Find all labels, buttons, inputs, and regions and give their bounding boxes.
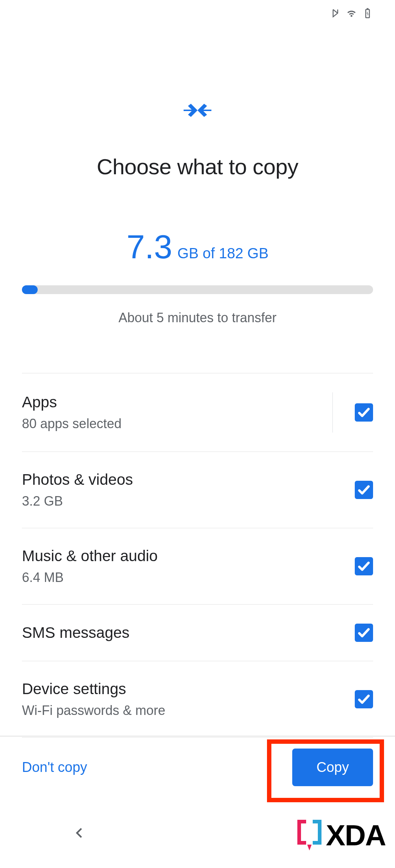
main-content: Choose what to copy 7.3 GB of 182 GB Abo… <box>0 99 395 738</box>
list-item-title: Photos & videos <box>22 471 355 488</box>
xda-watermark: XDA <box>295 818 385 853</box>
list-item-texts: Device settingsWi-Fi passwords & more <box>22 680 355 718</box>
list-item-subtitle: 3.2 GB <box>22 494 355 509</box>
list-item-title: Apps <box>22 393 332 411</box>
checkbox[interactable] <box>355 690 373 708</box>
list-item-texts: Apps80 apps selected <box>22 393 332 431</box>
transfer-estimate: About 5 minutes to transfer <box>22 310 373 326</box>
back-icon[interactable] <box>73 826 86 840</box>
list-item-subtitle: 80 apps selected <box>22 416 332 431</box>
list-item-texts: Music & other audio6.4 MB <box>22 547 355 585</box>
battery-charging-icon <box>362 8 373 19</box>
checkbox[interactable] <box>355 624 373 642</box>
items-list: Apps80 apps selectedPhotos & videos3.2 G… <box>22 373 373 738</box>
xda-logo-icon <box>295 818 324 853</box>
vertical-separator <box>332 392 333 433</box>
selected-size-value: 7.3 <box>127 231 172 263</box>
progress-fill <box>22 285 38 294</box>
list-item-title: Music & other audio <box>22 547 355 565</box>
xda-logo-text: XDA <box>326 819 385 852</box>
dont-copy-button[interactable]: Don't copy <box>22 760 87 775</box>
list-item-subtitle: Wi-Fi passwords & more <box>22 703 355 718</box>
list-item-title: SMS messages <box>22 624 355 642</box>
list-item-title: Device settings <box>22 680 355 698</box>
list-item-texts: SMS messages <box>22 624 355 642</box>
list-item[interactable]: Photos & videos3.2 GB <box>22 452 373 528</box>
page-title: Choose what to copy <box>22 154 373 179</box>
size-unit: GB <box>177 245 199 261</box>
wifi-icon <box>346 8 357 19</box>
list-item-subtitle: 6.4 MB <box>22 570 355 585</box>
checkbox[interactable] <box>355 557 373 575</box>
checkbox[interactable] <box>355 403 373 422</box>
list-item[interactable]: SMS messages <box>22 605 373 661</box>
of-word: of <box>203 245 215 261</box>
nfc-icon <box>330 8 341 19</box>
list-item[interactable]: Device settingsWi-Fi passwords & more <box>22 661 373 738</box>
list-item[interactable]: Apps80 apps selected <box>22 373 373 452</box>
list-item[interactable]: Music & other audio6.4 MB <box>22 528 373 605</box>
status-bar <box>0 0 395 26</box>
list-item-texts: Photos & videos3.2 GB <box>22 471 355 509</box>
transfer-arrows-icon <box>183 99 212 121</box>
checkbox[interactable] <box>355 481 373 499</box>
size-summary: 7.3 GB of 182 GB <box>22 231 373 263</box>
progress-bar <box>22 285 373 294</box>
total-size: 182 GB <box>219 245 268 261</box>
footer-bar: Don't copy Copy <box>0 736 395 798</box>
copy-button[interactable]: Copy <box>292 749 373 786</box>
